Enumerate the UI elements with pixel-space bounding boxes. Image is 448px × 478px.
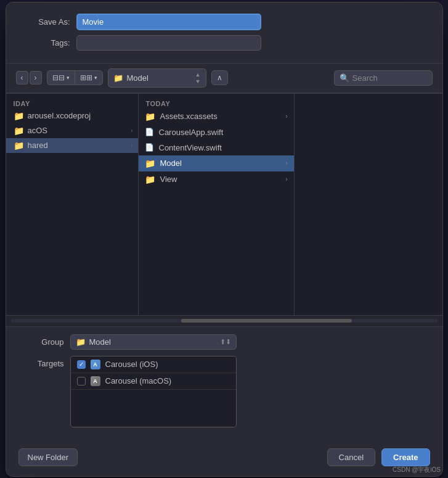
sidebar-pane: iday 📁 arousel.xcodeproj 📁 acOS › 📁 hare… xyxy=(6,94,139,315)
file-item-carousel-app[interactable]: 📄 CarouselApp.swift xyxy=(139,125,294,140)
scrollbar-track[interactable] xyxy=(11,319,438,323)
location-folder-icon: 📁 xyxy=(113,73,123,83)
watermark: CSDN @宇夜iOS xyxy=(393,466,441,474)
column-view-icon: ⊟⊟ xyxy=(52,73,65,82)
column-view-button[interactable]: ⊟⊟ ▾ xyxy=(47,71,75,84)
forward-button[interactable]: › xyxy=(30,71,42,84)
dropdown-chevron-icon: ⬆⬇ xyxy=(220,338,231,346)
folder-icon: 📁 xyxy=(145,159,155,168)
group-row: Group 📁 Model ⬆⬇ xyxy=(21,334,428,350)
main-section-label: Today xyxy=(139,96,294,109)
file-item-model[interactable]: 📁 Model › xyxy=(139,155,294,171)
target-item-ios[interactable]: ✓ A Carousel (iOS) xyxy=(71,356,236,373)
file-icon: 📄 xyxy=(145,143,154,152)
location-dropdown[interactable]: 📁 Model ▲ ▼ xyxy=(108,68,206,88)
target-macos-checkbox[interactable] xyxy=(77,377,86,385)
save-as-row: Save As: xyxy=(21,14,428,30)
sidebar-item-label: acOS xyxy=(28,126,48,135)
file-item-label: View xyxy=(160,175,177,184)
targets-row: Targets ✓ A Carousel (iOS) A Carousel (m… xyxy=(21,356,428,427)
targets-box: ✓ A Carousel (iOS) A Carousel (macOS) xyxy=(70,356,237,427)
grid-view-icon: ⊞⊞ xyxy=(80,73,92,82)
sidebar-item-xcodeproj[interactable]: 📁 arousel.xcodeproj xyxy=(6,109,138,123)
target-macos-icon: A xyxy=(91,376,100,386)
save-as-label: Save As: xyxy=(21,17,70,27)
file-item-assets[interactable]: 📁 Assets.xcassets › xyxy=(139,109,294,125)
create-button[interactable]: Create xyxy=(381,448,430,466)
file-item-label: Model xyxy=(160,159,182,168)
chevron-right-icon: › xyxy=(285,176,287,183)
target-item-macos[interactable]: A Carousel (macOS) xyxy=(71,373,236,390)
targets-label: Targets xyxy=(21,356,64,368)
targets-empty-space xyxy=(71,390,236,427)
sidebar-item-shared[interactable]: 📁 hared › xyxy=(6,138,138,153)
expand-button[interactable]: ∧ xyxy=(211,70,228,85)
file-item-label: Assets.xcassets xyxy=(160,112,218,121)
back-button[interactable]: ‹ xyxy=(16,71,28,84)
chevron-right-icon: › xyxy=(285,113,287,120)
folder-icon: 📁 xyxy=(14,111,24,121)
dialog-header: Save As: Tags: xyxy=(6,2,442,63)
folder-icon: 📁 xyxy=(14,126,24,136)
file-item-label: CarouselApp.swift xyxy=(159,128,224,137)
folder-icon: 📁 xyxy=(14,141,24,150)
new-folder-button[interactable]: New Folder xyxy=(18,448,78,466)
file-browser: iday 📁 arousel.xcodeproj 📁 acOS › 📁 hare… xyxy=(6,93,442,315)
main-pane: Today 📁 Assets.xcassets › 📄 CarouselApp.… xyxy=(139,94,295,315)
tags-label: Tags: xyxy=(21,38,70,47)
column-view-chevron: ▾ xyxy=(67,75,70,81)
group-label: Group xyxy=(21,337,64,347)
group-value: Model xyxy=(89,337,216,347)
target-ios-icon: A xyxy=(91,360,100,369)
group-dropdown[interactable]: 📁 Model ⬆⬇ xyxy=(70,334,237,350)
filename-input[interactable] xyxy=(76,14,261,30)
file-icon: 📄 xyxy=(145,128,154,136)
folder-icon: 📁 xyxy=(145,175,155,184)
target-macos-label: Carousel (macOS) xyxy=(105,376,172,385)
grid-view-chevron: ▾ xyxy=(94,75,97,81)
dialog-actions: New Folder Cancel Create xyxy=(6,441,442,476)
dialog-footer: Group 📁 Model ⬆⬇ Targets ✓ A Carousel (i… xyxy=(6,326,442,441)
save-dialog: Save As: Tags: ‹ › ⊟⊟ ▾ ⊞⊞ ▾ xyxy=(6,2,443,477)
sidebar-item-label: hared xyxy=(28,141,48,150)
preview-pane xyxy=(295,94,442,315)
scrollbar-thumb xyxy=(181,319,352,323)
target-ios-label: Carousel (iOS) xyxy=(105,360,158,369)
chevron-right-icon: › xyxy=(285,160,287,167)
view-toggle: ⊟⊟ ▾ ⊞⊞ ▾ xyxy=(47,70,103,85)
file-item-label: ContentView.swift xyxy=(159,143,222,152)
scrollbar-area xyxy=(6,315,442,326)
tags-input[interactable] xyxy=(76,35,261,51)
group-folder-icon: 📁 xyxy=(76,337,86,347)
grid-view-button[interactable]: ⊞⊞ ▾ xyxy=(75,71,102,84)
folder-icon: 📁 xyxy=(145,112,155,122)
action-buttons: Cancel Create xyxy=(327,448,430,466)
chevron-right-icon: › xyxy=(131,127,132,134)
sidebar-item-label: arousel.xcodeproj xyxy=(28,111,91,120)
sidebar-section-label: iday xyxy=(6,96,138,109)
nav-buttons: ‹ › xyxy=(16,71,42,84)
search-box: 🔍 xyxy=(334,70,433,86)
search-icon: 🔍 xyxy=(340,73,349,83)
file-item-view[interactable]: 📁 View › xyxy=(139,171,294,187)
dropdown-arrows: ▲ ▼ xyxy=(195,72,201,84)
sidebar-item-macos[interactable]: 📁 acOS › xyxy=(6,123,138,138)
tags-row: Tags: xyxy=(21,35,428,51)
search-input[interactable] xyxy=(352,73,426,83)
chevron-right-icon: › xyxy=(131,142,132,149)
location-label: Model xyxy=(127,73,192,83)
target-ios-checkbox[interactable]: ✓ xyxy=(77,360,86,369)
file-item-content-view[interactable]: 📄 ContentView.swift xyxy=(139,140,294,155)
toolbar: ‹ › ⊟⊟ ▾ ⊞⊞ ▾ 📁 Model ▲ ▼ xyxy=(6,63,442,93)
cancel-button[interactable]: Cancel xyxy=(327,448,375,466)
